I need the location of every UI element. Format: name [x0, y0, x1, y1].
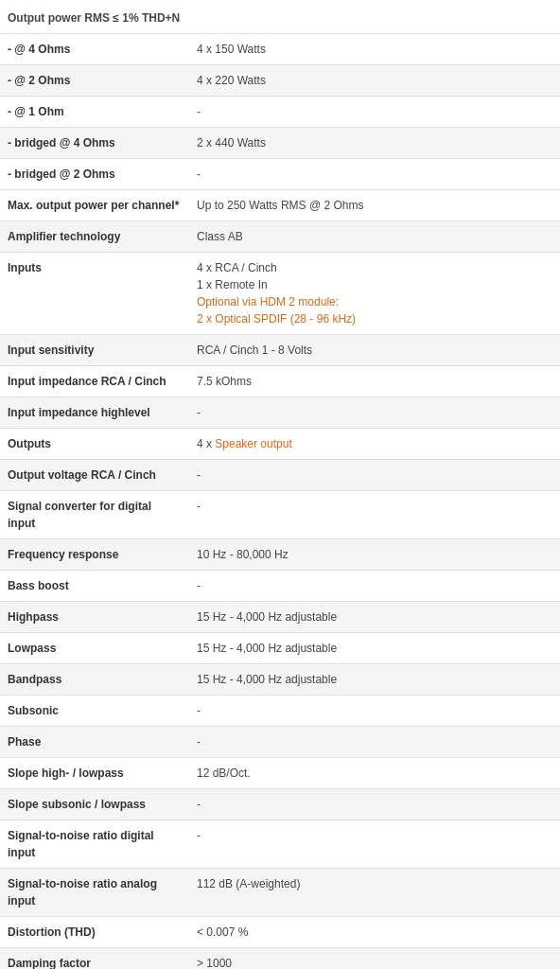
spec-value: 4 x RCA / Cinch1 x Remote InOptional via… [189, 253, 560, 335]
spec-label: Signal converter for digital input [0, 491, 189, 539]
spec-label: Subsonic [0, 696, 189, 727]
spec-label: Slope subsonic / lowpass [0, 789, 189, 820]
spec-label: Input impedance highlevel [0, 397, 189, 429]
spec-row: - @ 4 Ohms4 x 150 Watts [0, 34, 560, 65]
spec-value: Class AB [189, 221, 560, 253]
spec-row: Distortion (THD)< 0.007 % [0, 917, 560, 948]
spec-label: Inputs [0, 253, 189, 335]
spec-row: Bandpass15 Hz - 4,000 Hz adjustable [0, 664, 560, 696]
spec-value: - [189, 159, 560, 190]
spec-label: - bridged @ 2 Ohms [0, 159, 189, 190]
spec-label: Max. output power per channel* [0, 190, 189, 221]
spec-label: Phase [0, 727, 189, 758]
spec-value: 4 x 150 Watts [189, 34, 560, 65]
spec-row: Slope high- / lowpass12 dB/Oct. [0, 758, 560, 789]
spec-value: - [189, 460, 560, 491]
spec-row: Slope subsonic / lowpass- [0, 789, 560, 820]
spec-value: - [189, 820, 560, 869]
spec-row: Input impedance highlevel- [0, 397, 560, 429]
spec-row: Inputs4 x RCA / Cinch1 x Remote InOption… [0, 253, 560, 335]
spec-label: Bass boost [0, 571, 189, 602]
spec-table: Output power RMS ≤ 1% THD+N- @ 4 Ohms4 x… [0, 0, 560, 969]
spec-row: - bridged @ 4 Ohms2 x 440 Watts [0, 128, 560, 159]
spec-label: Input impedance RCA / Cinch [0, 366, 189, 397]
spec-row: Lowpass15 Hz - 4,000 Hz adjustable [0, 633, 560, 664]
spec-row: Output voltage RCA / Cinch- [0, 460, 560, 491]
spec-value: 12 dB/Oct. [189, 758, 560, 789]
spec-value: - [189, 491, 560, 539]
spec-row: - bridged @ 2 Ohms- [0, 159, 560, 190]
spec-row: - @ 1 Ohm- [0, 97, 560, 128]
spec-value: - [189, 789, 560, 820]
spec-value: 2 x 440 Watts [189, 128, 560, 159]
spec-label: Frequency response [0, 539, 189, 571]
spec-label: - @ 2 Ohms [0, 65, 189, 97]
spec-value: - [189, 397, 560, 429]
spec-row: Input sensitivityRCA / Cinch 1 - 8 Volts [0, 335, 560, 366]
spec-value: 15 Hz - 4,000 Hz adjustable [189, 602, 560, 633]
spec-label: Slope high- / lowpass [0, 758, 189, 789]
spec-value: 15 Hz - 4,000 Hz adjustable [189, 664, 560, 696]
spec-row: Frequency response10 Hz - 80,000 Hz [0, 539, 560, 571]
spec-value: 4 x 220 Watts [189, 65, 560, 97]
spec-row: Highpass15 Hz - 4,000 Hz adjustable [0, 602, 560, 633]
spec-value: < 0.007 % [189, 917, 560, 948]
spec-label: - @ 4 Ohms [0, 34, 189, 65]
spec-label: Signal-to-noise ratio digital input [0, 820, 189, 869]
spec-row: Amplifier technologyClass AB [0, 221, 560, 253]
spec-label: Highpass [0, 602, 189, 633]
spec-row: Phase- [0, 727, 560, 758]
spec-value: - [189, 571, 560, 602]
spec-label: Amplifier technology [0, 221, 189, 253]
spec-label: Output voltage RCA / Cinch [0, 460, 189, 491]
spec-label: Signal-to-noise ratio analog input [0, 869, 189, 917]
spec-value: - [189, 696, 560, 727]
spec-row: Damping factor> 1000 [0, 948, 560, 970]
spec-value: RCA / Cinch 1 - 8 Volts [189, 335, 560, 366]
spec-value: 7.5 kOhms [189, 366, 560, 397]
spec-value: 112 dB (A-weighted) [189, 869, 560, 917]
spec-label: Input sensitivity [0, 335, 189, 366]
spec-value: > 1000 [189, 948, 560, 970]
spec-value: Up to 250 Watts RMS @ 2 Ohms [189, 190, 560, 221]
spec-label: - @ 1 Ohm [0, 97, 189, 128]
section-header-row: Output power RMS ≤ 1% THD+N [0, 0, 560, 34]
spec-value: - [189, 727, 560, 758]
spec-label: Damping factor [0, 948, 189, 970]
spec-value: - [189, 97, 560, 128]
spec-row: Bass boost- [0, 571, 560, 602]
spec-value: 15 Hz - 4,000 Hz adjustable [189, 633, 560, 664]
spec-row: Subsonic- [0, 696, 560, 727]
spec-row: Outputs4 x Speaker output [0, 429, 560, 460]
spec-value: 4 x Speaker output [189, 429, 560, 460]
spec-label: Bandpass [0, 664, 189, 696]
spec-label: Distortion (THD) [0, 917, 189, 948]
spec-row: Signal converter for digital input- [0, 491, 560, 539]
spec-row: Input impedance RCA / Cinch7.5 kOhms [0, 366, 560, 397]
spec-row: - @ 2 Ohms4 x 220 Watts [0, 65, 560, 97]
spec-value: 10 Hz - 80,000 Hz [189, 539, 560, 571]
spec-label: Outputs [0, 429, 189, 460]
spec-row: Signal-to-noise ratio digital input- [0, 820, 560, 869]
spec-row: Signal-to-noise ratio analog input112 dB… [0, 869, 560, 917]
spec-label: Lowpass [0, 633, 189, 664]
spec-row: Max. output power per channel*Up to 250 … [0, 190, 560, 221]
spec-label: - bridged @ 4 Ohms [0, 128, 189, 159]
